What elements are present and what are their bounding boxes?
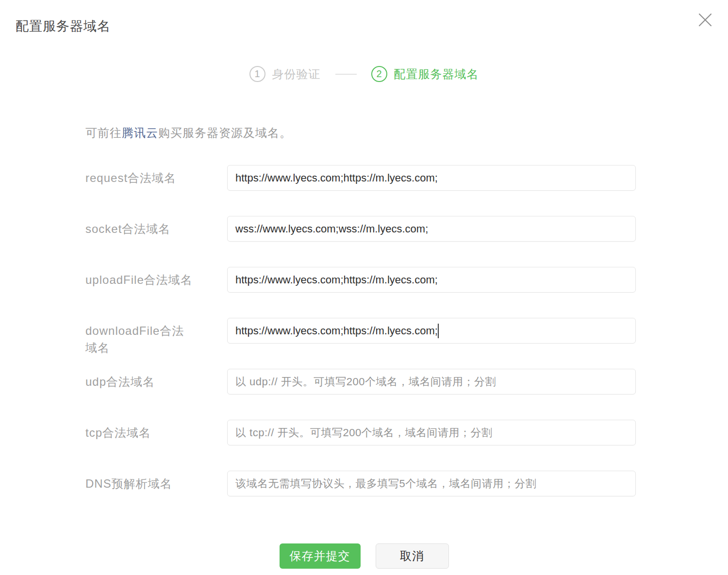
udp-domain-placeholder: 以 udp:// 开头。可填写200个域名，域名间请用；分割 bbox=[235, 375, 496, 389]
dns-prefetch-domain-placeholder: 该域名无需填写协议头，最多填写5个域名，域名间请用；分割 bbox=[235, 476, 536, 491]
tcp-domain-placeholder: 以 tcp:// 开头。可填写200个域名，域名间请用；分割 bbox=[235, 426, 493, 440]
uploadfile-domain-value: https://www.lyecs.com;https://m.lyecs.co… bbox=[235, 274, 438, 286]
form-row-uploadfile-domain: uploadFile合法域名 https://www.lyecs.com;htt… bbox=[85, 267, 636, 293]
uploadfile-domain-label: uploadFile合法域名 bbox=[85, 267, 193, 293]
udp-domain-label: udp合法域名 bbox=[85, 369, 193, 394]
close-icon bbox=[696, 11, 714, 29]
dns-prefetch-domain-input[interactable]: 该域名无需填写协议头，最多填写5个域名，域名间请用；分割 bbox=[227, 471, 636, 496]
cancel-button[interactable]: 取消 bbox=[376, 543, 449, 569]
save-and-submit-button[interactable]: 保存并提交 bbox=[280, 543, 361, 569]
form-row-downloadfile-domain: downloadFile合法域名 https://www.lyecs.com;h… bbox=[85, 318, 636, 344]
downloadfile-domain-input[interactable]: https://www.lyecs.com;https://m.lyecs.co… bbox=[227, 318, 636, 344]
step-1-circle: 1 bbox=[249, 66, 265, 82]
request-domain-value: https://www.lyecs.com;https://m.lyecs.co… bbox=[235, 172, 438, 184]
form-row-socket-domain: socket合法域名 wss://www.lyecs.com;wss://m.l… bbox=[85, 216, 636, 242]
stepper: 1 身份验证 2 配置服务器域名 bbox=[0, 66, 728, 82]
dns-prefetch-domain-label: DNS预解析域名 bbox=[85, 471, 193, 496]
request-domain-input[interactable]: https://www.lyecs.com;https://m.lyecs.co… bbox=[227, 165, 636, 191]
tcp-domain-input[interactable]: 以 tcp:// 开头。可填写200个域名，域名间请用；分割 bbox=[227, 420, 636, 445]
step-identity-verification: 1 身份验证 bbox=[249, 66, 321, 82]
tencent-cloud-notice: 可前往腾讯云购买服务器资源及域名。 bbox=[85, 125, 292, 141]
step-2-circle: 2 bbox=[371, 66, 387, 82]
uploadfile-domain-input[interactable]: https://www.lyecs.com;https://m.lyecs.co… bbox=[227, 267, 636, 293]
step-configure-server-domain: 2 配置服务器域名 bbox=[371, 66, 479, 82]
form-row-tcp-domain: tcp合法域名 以 tcp:// 开头。可填写200个域名，域名间请用；分割 bbox=[85, 420, 636, 445]
step-1-label: 身份验证 bbox=[272, 66, 321, 82]
step-2-label: 配置服务器域名 bbox=[394, 66, 479, 82]
notice-suffix: 购买服务器资源及域名。 bbox=[158, 126, 292, 139]
domain-config-form: request合法域名 https://www.lyecs.com;https:… bbox=[85, 165, 636, 522]
step-connector-line bbox=[335, 74, 357, 75]
page-title: 配置服务器域名 bbox=[16, 17, 111, 35]
form-row-request-domain: request合法域名 https://www.lyecs.com;https:… bbox=[85, 165, 636, 191]
request-domain-label: request合法域名 bbox=[85, 165, 193, 191]
downloadfile-domain-value: https://www.lyecs.com;https://m.lyecs.co… bbox=[235, 325, 438, 337]
tencent-cloud-link[interactable]: 腾讯云 bbox=[122, 126, 158, 139]
socket-domain-label: socket合法域名 bbox=[85, 216, 193, 242]
downloadfile-domain-label: downloadFile合法域名 bbox=[85, 318, 193, 344]
form-row-dns-prefetch-domain: DNS预解析域名 该域名无需填写协议头，最多填写5个域名，域名间请用；分割 bbox=[85, 471, 636, 496]
dialog-actions: 保存并提交 取消 bbox=[0, 543, 728, 569]
text-cursor bbox=[438, 324, 439, 338]
socket-domain-input[interactable]: wss://www.lyecs.com;wss://m.lyecs.com; bbox=[227, 216, 636, 242]
udp-domain-input[interactable]: 以 udp:// 开头。可填写200个域名，域名间请用；分割 bbox=[227, 369, 636, 394]
close-button[interactable] bbox=[695, 10, 715, 30]
notice-prefix: 可前往 bbox=[85, 126, 122, 139]
tcp-domain-label: tcp合法域名 bbox=[85, 420, 193, 445]
socket-domain-value: wss://www.lyecs.com;wss://m.lyecs.com; bbox=[235, 223, 428, 235]
form-row-udp-domain: udp合法域名 以 udp:// 开头。可填写200个域名，域名间请用；分割 bbox=[85, 369, 636, 394]
